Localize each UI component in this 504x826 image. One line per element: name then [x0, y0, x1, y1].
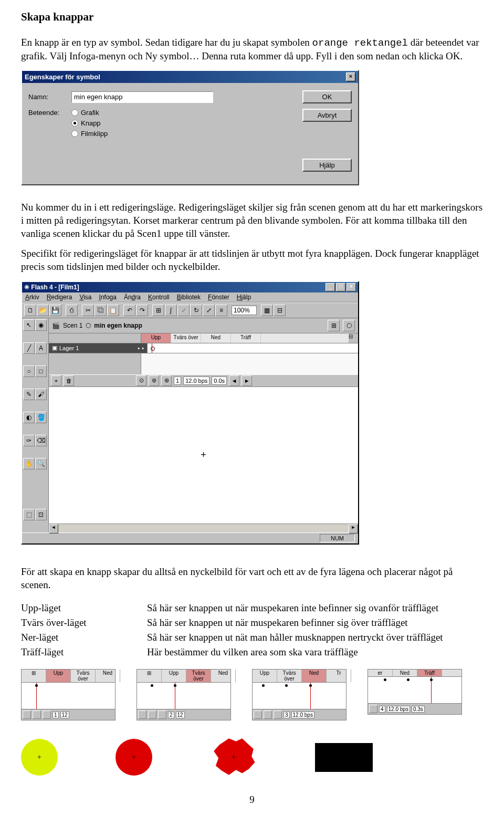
layer-row[interactable]: ▣ Lager 1 ••: [49, 343, 148, 353]
hand-icon[interactable]: ✋: [23, 458, 35, 469]
toggle-icon[interactable]: ⬡: [343, 320, 355, 331]
paste-icon[interactable]: 📋: [107, 305, 119, 316]
scene-icon[interactable]: 🎬: [52, 322, 60, 329]
minimize-icon[interactable]: _: [326, 283, 335, 291]
frame-ned[interactable]: Ned: [201, 333, 231, 343]
line-icon[interactable]: ╱: [23, 342, 35, 354]
code-text: orange rektangel: [312, 37, 408, 49]
radio-knapp[interactable]: Knapp: [71, 119, 208, 127]
traff-shape: [315, 743, 373, 772]
open-icon[interactable]: 📂: [37, 305, 49, 316]
ink-icon[interactable]: ◐: [23, 412, 35, 423]
zoom-icon[interactable]: 🔍: [35, 458, 47, 469]
ctrl-icon[interactable]: [274, 710, 282, 719]
timeline: Upp Tvärs över Ned Träff ⊟ ▣ Lager 1 ••: [49, 333, 358, 387]
lasso-icon[interactable]: ◉: [35, 319, 47, 331]
scene-bar: 🎬 Scen 1 ⬡ min egen knapp ⊞ ⬡: [49, 318, 358, 333]
text-icon[interactable]: A: [35, 342, 47, 354]
handle-icon[interactable]: ⊞: [137, 670, 162, 682]
ctrl-icon[interactable]: [33, 710, 41, 719]
add-layer-icon[interactable]: +: [51, 375, 61, 386]
ctrl-icon[interactable]: [138, 710, 146, 719]
cut-icon[interactable]: ✂: [82, 305, 94, 316]
tool-icon[interactable]: ▦: [261, 305, 273, 316]
maximize-icon[interactable]: □: [336, 283, 345, 291]
frame-strip[interactable]: [148, 343, 358, 353]
frame-label: Upp: [253, 670, 277, 682]
arrow-icon[interactable]: ↖: [23, 319, 35, 331]
print-icon[interactable]: ⎙: [66, 305, 78, 316]
frame-num: 3: [284, 712, 290, 718]
rotate-icon[interactable]: ↻: [190, 305, 202, 316]
over-shape: +: [116, 739, 152, 776]
frame-traff[interactable]: Träff: [231, 333, 261, 343]
ok-button[interactable]: OK: [302, 90, 352, 103]
scene-link[interactable]: Scen 1: [63, 322, 82, 329]
eraser-icon[interactable]: ⌫: [35, 435, 47, 446]
close-icon[interactable]: ×: [346, 283, 356, 291]
frame-number: 1: [174, 377, 181, 385]
smooth-icon[interactable]: ∫: [165, 305, 177, 316]
ctrl-icon[interactable]: [43, 710, 51, 719]
timeline-end-icon[interactable]: ⊟: [349, 333, 358, 343]
menu-fonster[interactable]: Fönster: [208, 294, 229, 301]
option-icon[interactable]: ⬚: [23, 509, 35, 520]
save-icon[interactable]: 💾: [49, 305, 61, 316]
dropper-icon[interactable]: ✑: [23, 435, 35, 446]
frame-over[interactable]: Tvärs över: [171, 333, 201, 343]
menu-arkiv[interactable]: Arkiv: [25, 294, 39, 301]
tool-icon[interactable]: ⊟: [274, 305, 286, 316]
menu-infoga[interactable]: Infoga: [99, 294, 117, 301]
ctrl-icon[interactable]: [158, 710, 166, 719]
scale-icon[interactable]: ⤢: [203, 305, 215, 316]
option-icon[interactable]: ⊡: [35, 509, 47, 520]
pencil-icon[interactable]: ✎: [23, 389, 35, 400]
menu-hjalp[interactable]: Hjälp: [237, 294, 251, 301]
frame-label: Ned: [393, 670, 417, 676]
paint-icon[interactable]: 🪣: [35, 412, 47, 423]
forward-icon[interactable]: ►: [242, 375, 252, 386]
copy-icon[interactable]: ⿻: [94, 305, 107, 316]
help-button[interactable]: Hjälp: [302, 159, 352, 172]
ctrl-icon[interactable]: [254, 710, 262, 719]
ctrl-icon[interactable]: [264, 710, 272, 719]
undo-icon[interactable]: ↶: [123, 305, 135, 316]
frame-num: 2: [168, 712, 174, 718]
mini-timeline-upp: ⊞UppTvärs överNed 112: [21, 669, 116, 720]
frame-upp[interactable]: Upp: [141, 333, 171, 343]
menu-redigera[interactable]: Redigera: [47, 294, 72, 301]
radio-grafik[interactable]: Grafik: [71, 109, 208, 117]
menu-visa[interactable]: Visa: [79, 294, 91, 301]
oval-icon[interactable]: ○: [23, 365, 35, 377]
straighten-icon[interactable]: ⟋: [177, 305, 190, 316]
onion-icon[interactable]: ⊙: [136, 375, 146, 386]
cancel-button[interactable]: Avbryt: [302, 109, 352, 122]
close-icon[interactable]: ×: [346, 72, 355, 81]
onion-icon[interactable]: ⊚: [149, 375, 159, 386]
rewind-icon[interactable]: ◄: [229, 375, 239, 386]
zoom-input[interactable]: 100%: [232, 306, 257, 315]
menu-bibliotek[interactable]: Bibliotek: [177, 294, 201, 301]
handle-icon[interactable]: ⊞: [22, 670, 46, 682]
frame-label: Träff: [417, 670, 442, 676]
align-icon[interactable]: ≡: [215, 305, 227, 316]
radio-filmklipp[interactable]: Filmklipp: [71, 130, 208, 138]
status-bar: NUM: [22, 532, 358, 543]
onion-icon[interactable]: ⊛: [161, 375, 172, 386]
toggle-icon[interactable]: ⊞: [328, 320, 340, 331]
rect-icon[interactable]: □: [35, 365, 47, 377]
brush-icon[interactable]: 🖌: [35, 389, 47, 400]
menu-andra[interactable]: Ändra: [124, 294, 141, 301]
ctrl-icon[interactable]: [23, 710, 31, 719]
redo-icon[interactable]: ↷: [136, 305, 148, 316]
name-input[interactable]: min egen knapp: [71, 91, 213, 103]
frame-label: Tvärs över: [277, 670, 302, 682]
ctrl-icon[interactable]: [369, 705, 377, 713]
ctrl-icon[interactable]: [148, 710, 156, 719]
new-icon[interactable]: 🗋: [24, 305, 36, 316]
delete-layer-icon[interactable]: 🗑: [64, 375, 74, 386]
stage[interactable]: +: [49, 387, 358, 524]
snap-icon[interactable]: ⊞: [152, 305, 164, 316]
scrollbar-horizontal[interactable]: ◄►: [49, 524, 358, 532]
menu-kontroll[interactable]: Kontroll: [148, 294, 170, 301]
